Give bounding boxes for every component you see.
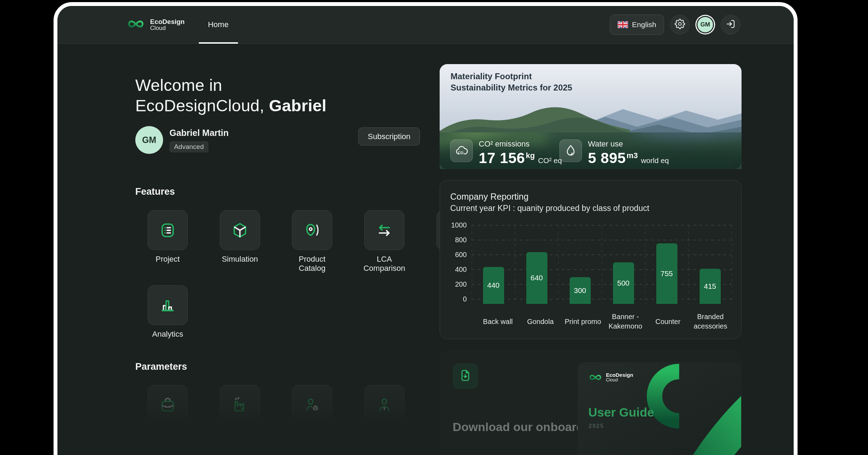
company-reporting-card: Company Reporting Current year KPI : qua…	[440, 180, 742, 339]
bar-back-wall: 440	[483, 267, 504, 304]
brand-name: EcoDesign Cloud	[150, 18, 185, 31]
analytics-tile[interactable]	[148, 285, 188, 325]
parameter-user-tie-tile[interactable]	[364, 385, 404, 425]
bar-slot-gondola: 640	[515, 225, 558, 304]
feature-simulation[interactable]: Simulation	[220, 210, 260, 273]
bar-branded-acessories: 415	[700, 269, 721, 304]
top-nav: EcoDesign Cloud Home English	[57, 6, 794, 44]
feature-label: Product Catalog	[292, 255, 332, 273]
factory-icon	[231, 397, 248, 413]
bar-value: 640	[531, 274, 543, 282]
onboarding-card: Download our onboarding	[440, 350, 742, 455]
feature-project[interactable]: Project	[148, 210, 188, 273]
download-file-icon	[459, 369, 472, 384]
y-tick: 600	[448, 251, 467, 259]
x-tick-branded-acessories: Branded acessories	[689, 312, 732, 331]
user-summary: GM Gabriel Martin Advanced	[135, 126, 229, 154]
x-tick-counter: Counter	[647, 317, 689, 326]
bar-value: 440	[487, 281, 500, 289]
x-tick-back-wall: Back wall	[477, 317, 519, 326]
subscription-button[interactable]: Subscription	[358, 127, 420, 145]
user-avatar[interactable]: GM	[698, 17, 713, 32]
bar-chart: 02004006008001000 440640300500755415 Bac…	[448, 225, 732, 334]
bar-slot-branded-acessories: 415	[688, 225, 732, 304]
water-drop-icon	[559, 139, 582, 162]
guide-year: 2025	[589, 423, 604, 429]
x-tick-print-promo: Print promo	[562, 317, 604, 326]
water-metric: Water use 5 895 m3 world eq	[559, 139, 669, 167]
bar-banner-kakemono: 500	[613, 262, 634, 304]
chart-title: Company Reporting	[450, 192, 528, 202]
parameter-factory-tile[interactable]	[220, 385, 260, 425]
avatar: GM	[135, 126, 163, 154]
briefcase-icon	[159, 397, 176, 413]
project-list-icon	[159, 222, 176, 239]
guide-brand-logo: EcoDesign Cloud	[588, 372, 633, 382]
metrics-band: CO₂ CO² emissions 17 156 kg CO² eq	[440, 132, 742, 169]
user-name: Gabriel Martin	[169, 128, 229, 138]
y-tick: 800	[448, 236, 467, 244]
features-grid: ProjectSimulationProduct CatalogLCA Comp…	[148, 210, 479, 339]
parameters-heading: Parameters	[135, 361, 187, 372]
svg-text:CO₂: CO₂	[458, 151, 465, 155]
feature-label: Simulation	[222, 255, 258, 264]
nav-actions: English GM	[610, 14, 740, 35]
features-heading: Features	[135, 186, 175, 197]
project-tile[interactable]	[148, 210, 188, 250]
main-content: Welcome in EcoDesignCloud, Gabriel GM Ga…	[57, 44, 794, 455]
bar-value: 415	[704, 282, 716, 291]
download-button[interactable]	[453, 363, 478, 389]
lca-comparison-icon	[376, 222, 393, 239]
y-tick: 0	[448, 295, 467, 303]
parameter-briefcase-tile[interactable]	[148, 385, 188, 425]
feature-lca-comparison[interactable]: LCA Comparison	[364, 210, 404, 273]
plan-badge: Advanced	[169, 141, 209, 152]
co2-value: 17 156	[479, 150, 525, 167]
x-tick-gondola: Gondola	[519, 317, 562, 326]
bar-slot-print-promo: 300	[558, 225, 602, 304]
plot-area: 440640300500755415	[472, 225, 732, 304]
feature-product-catalog[interactable]: Product Catalog	[292, 210, 332, 273]
co2-cloud-icon: CO₂	[450, 139, 473, 162]
tab-home[interactable]: Home	[208, 6, 229, 44]
language-selector[interactable]: English	[610, 14, 664, 35]
analytics-icon	[159, 297, 176, 314]
settings-button[interactable]	[670, 15, 690, 35]
feature-analytics[interactable]: Analytics	[148, 285, 188, 339]
bar-slot-banner-kakemono: 500	[602, 225, 645, 304]
simulation-cube-icon	[231, 222, 248, 239]
bar-slot-counter: 755	[645, 225, 688, 304]
bar-slot-back-wall: 440	[472, 225, 515, 304]
y-tick: 1000	[448, 221, 467, 229]
co2-metric: CO₂ CO² emissions 17 156 kg CO² eq	[450, 139, 562, 167]
bar-value: 755	[661, 269, 673, 278]
brand-logo: EcoDesign Cloud	[126, 18, 185, 32]
bars: 440640300500755415	[472, 225, 732, 304]
bar-value: 300	[574, 286, 586, 295]
uk-flag-icon	[618, 21, 628, 28]
y-tick: 200	[448, 280, 467, 288]
gridline-vertical	[732, 225, 732, 304]
product-catalog-icon	[304, 222, 321, 239]
bar-value: 500	[617, 279, 630, 287]
materiality-card: Materiality Footprint Sustainability Met…	[440, 64, 742, 169]
chart-subtitle: Current year KPI : quanity produced by c…	[450, 204, 649, 213]
logout-button[interactable]	[721, 15, 740, 35]
x-axis-labels: Back wallGondolaPrint promoBanner - Kake…	[477, 309, 732, 334]
materiality-title: Materiality Footprint Sustainability Met…	[451, 71, 572, 93]
user-tie-icon	[376, 397, 393, 413]
y-axis-labels: 02004006008001000	[448, 225, 467, 304]
x-tick-banner-kakemono: Banner - Kakemono	[604, 312, 647, 331]
feature-label: Project	[156, 255, 180, 264]
page-title: Welcome in EcoDesignCloud, Gabriel	[135, 75, 327, 116]
feature-label: Analytics	[152, 330, 183, 339]
lca-comparison-tile[interactable]	[364, 210, 404, 250]
bar-print-promo: 300	[570, 277, 591, 304]
user-guide-cover[interactable]: EcoDesign Cloud User Guide 2025	[578, 362, 741, 455]
logout-icon	[725, 19, 736, 31]
ecodesign-loop-icon	[126, 18, 145, 32]
simulation-tile[interactable]	[220, 210, 260, 250]
parameter-user-gear-tile[interactable]	[292, 385, 332, 425]
product-catalog-tile[interactable]	[292, 210, 332, 250]
guide-title: User Guide	[588, 405, 654, 419]
